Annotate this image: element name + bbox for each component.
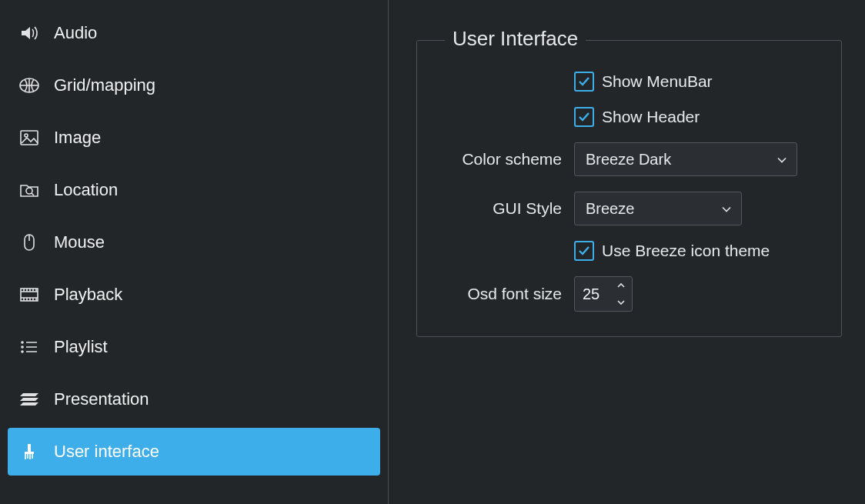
svg-point-8	[22, 351, 23, 352]
sidebar-item-label: Playlist	[54, 337, 108, 357]
breeze-icons-checkbox[interactable]	[574, 241, 594, 261]
group-title: User Interface	[445, 27, 586, 51]
gui-style-combo[interactable]: Breeze	[574, 192, 742, 225]
film-icon	[18, 284, 40, 305]
show-header-label: Show Header	[602, 108, 700, 126]
sidebar-item-playlist[interactable]: Playlist	[8, 323, 380, 371]
brush-icon	[18, 441, 40, 462]
settings-window: Audio Grid/mapping	[0, 0, 865, 504]
settings-content: User Interface Show MenuBar Show Header	[389, 0, 865, 504]
color-scheme-value: Breeze Dark	[586, 151, 671, 169]
spinbox-down-button[interactable]	[610, 294, 632, 311]
settings-sidebar: Audio Grid/mapping	[0, 0, 389, 504]
spinbox-up-button[interactable]	[610, 277, 632, 294]
sidebar-item-label: Mouse	[54, 232, 105, 252]
sidebar-item-label: Image	[54, 128, 101, 148]
sidebar-item-image[interactable]: Image	[8, 114, 380, 162]
sidebar-item-audio[interactable]: Audio	[8, 9, 380, 57]
svg-point-7	[22, 346, 23, 348]
show-menubar-checkbox[interactable]	[574, 72, 594, 92]
osd-font-size-label: Osd font size	[436, 285, 574, 303]
speaker-icon	[18, 22, 40, 44]
sidebar-item-label: Grid/mapping	[54, 75, 155, 95]
sidebar-item-mouse[interactable]: Mouse	[8, 219, 380, 266]
color-scheme-label: Color scheme	[436, 150, 574, 169]
osd-font-size-value[interactable]: 25	[575, 277, 610, 311]
mouse-icon	[18, 232, 40, 253]
chevron-down-icon	[721, 200, 732, 218]
osd-font-size-spinbox[interactable]: 25	[574, 276, 633, 312]
sidebar-item-user-interface[interactable]: User interface	[8, 428, 380, 476]
layers-icon	[18, 389, 40, 410]
svg-point-2	[25, 134, 28, 137]
gui-style-value: Breeze	[586, 200, 634, 218]
sidebar-item-playback[interactable]: Playback	[8, 271, 380, 319]
sidebar-item-location[interactable]: Location	[8, 166, 380, 214]
gui-style-label: GUI Style	[436, 199, 574, 218]
svg-rect-1	[21, 131, 38, 145]
sidebar-item-label: User interface	[54, 442, 159, 462]
grid-globe-icon	[18, 75, 40, 96]
sidebar-item-presentation[interactable]: Presentation	[8, 375, 380, 423]
user-interface-group: User Interface Show MenuBar Show Header	[416, 40, 842, 337]
sidebar-item-label: Location	[54, 180, 118, 200]
sidebar-item-label: Audio	[54, 23, 97, 43]
sidebar-item-grid-mapping[interactable]: Grid/mapping	[8, 62, 380, 109]
sidebar-item-label: Presentation	[54, 389, 149, 409]
breeze-icons-label: Use Breeze icon theme	[602, 242, 770, 260]
folder-search-icon	[18, 179, 40, 201]
svg-point-6	[22, 342, 23, 343]
show-header-checkbox[interactable]	[574, 107, 594, 127]
list-icon	[18, 336, 40, 358]
image-icon	[18, 127, 40, 149]
color-scheme-combo[interactable]: Breeze Dark	[574, 142, 797, 176]
chevron-down-icon	[776, 151, 787, 169]
svg-point-3	[26, 188, 32, 194]
show-menubar-label: Show MenuBar	[602, 72, 713, 91]
sidebar-item-label: Playback	[54, 285, 122, 305]
